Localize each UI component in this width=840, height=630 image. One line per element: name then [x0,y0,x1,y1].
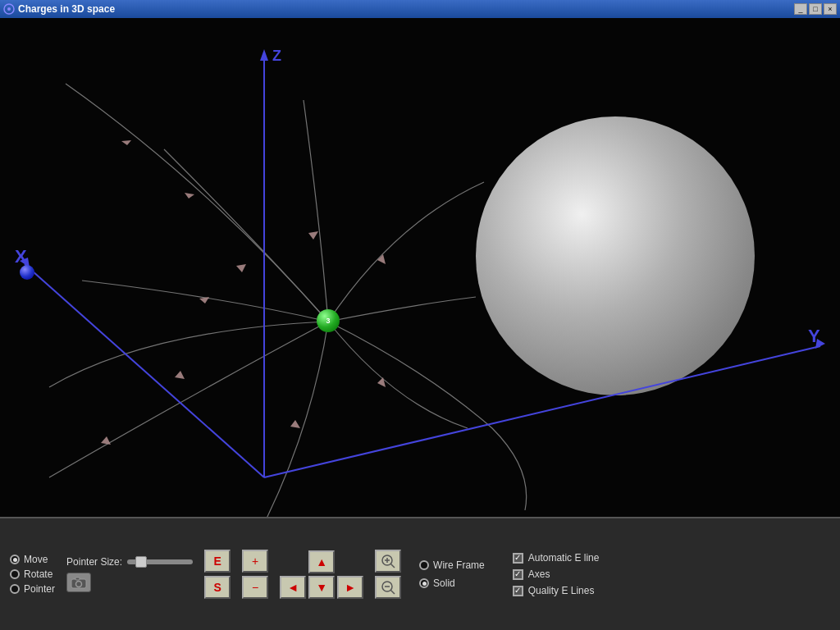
checkbox-axes-label: Axes [528,568,550,580]
zoom-out-icon [381,580,395,595]
minimize-button[interactable]: _ [794,3,807,15]
close-button[interactable]: × [824,3,837,15]
svg-marker-3 [121,140,131,145]
checkbox-auto-e-line-label: Automatic E line [528,552,600,564]
svg-line-29 [390,590,395,594]
radio-rotate[interactable]: Rotate [10,568,55,580]
sphere [476,116,755,395]
charge-green[interactable]: 3 [317,309,340,332]
zoom-section [375,550,401,599]
pointer-size-slider[interactable] [127,559,193,564]
radio-solid-label: Solid [433,578,455,589]
3d-viewport[interactable]: Z X Y 3 [0,18,840,517]
zoom-in-icon [381,554,395,568]
checkbox-auto-e-line-box[interactable] [513,553,523,564]
empty-2 [337,550,363,573]
svg-marker-4 [199,297,209,304]
zoom-out-button[interactable] [375,576,401,599]
svg-marker-13 [260,49,268,61]
radio-wireframe[interactable]: Wire Frame [419,559,485,571]
svg-marker-6 [101,436,111,445]
window-title: Charges in 3D space [18,3,115,15]
radio-rotate-dot [10,569,20,579]
radio-pointer[interactable]: Pointer [10,583,55,595]
plus-minus-section: + − [242,550,268,599]
es-section: E S [204,550,231,599]
svg-rect-23 [75,578,80,580]
checkbox-quality-e-lines-label: Quality E Lines [528,585,595,596]
bottom-panel: Move Rotate Pointer Pointer Size: E [0,517,840,630]
radio-pointer-dot [10,584,20,594]
e-button[interactable]: E [204,550,231,573]
svg-text:X: X [15,246,27,267]
titlebar-controls[interactable]: _ □ × [794,3,837,15]
titlebar: Charges in 3D space _ □ × [0,0,840,18]
svg-marker-2 [185,193,194,199]
titlebar-title: Charges in 3D space [3,3,115,15]
checkbox-axes-box[interactable] [513,569,523,580]
svg-text:Z: Z [272,48,281,64]
arrow-section: ▲ ◄ ▼ ► [280,550,363,599]
camera-button[interactable] [66,573,91,592]
arrow-left-button[interactable]: ◄ [280,576,306,599]
radio-pointer-label: Pointer [24,583,55,595]
svg-marker-10 [377,377,386,387]
svg-marker-11 [377,254,386,264]
display-radio-group: Wire Frame Solid [419,559,485,589]
svg-line-25 [390,564,395,568]
checkbox-section: Automatic E line Axes Quality E Lines [513,552,600,596]
plus-button[interactable]: + [242,550,268,573]
svg-marker-5 [175,371,185,379]
arrow-right-button[interactable]: ► [337,576,363,599]
pointer-size-row: Pointer Size: [66,556,193,568]
svg-text:Y: Y [808,326,820,346]
svg-marker-19 [815,339,825,349]
svg-line-15 [25,264,264,477]
radio-move-label: Move [24,554,48,565]
s-button[interactable]: S [204,576,231,599]
empty-1 [280,550,306,573]
pointer-size-label: Pointer Size: [66,556,122,568]
minus-button[interactable]: − [242,576,268,599]
radio-move[interactable]: Move [10,554,55,565]
checkbox-auto-e-line[interactable]: Automatic E line [513,552,600,564]
checkbox-quality-e-lines[interactable]: Quality E Lines [513,585,600,596]
svg-marker-7 [290,420,300,428]
radio-move-dot [10,555,20,564]
maximize-button[interactable]: □ [809,3,822,15]
arrow-up-button[interactable]: ▲ [308,550,335,573]
charge-label: 3 [326,317,330,325]
checkbox-axes[interactable]: Axes [513,568,600,580]
slider-thumb[interactable] [135,556,147,568]
camera-icon-svg [71,576,87,589]
app-icon [3,3,15,15]
radio-wireframe-label: Wire Frame [433,559,485,571]
zoom-in-button[interactable] [375,550,401,573]
radio-wireframe-dot [419,560,429,570]
pointer-size-section: Pointer Size: [66,556,193,592]
checkbox-quality-e-lines-box[interactable] [513,586,523,596]
charge-blue[interactable] [20,265,34,280]
mode-radio-group: Move Rotate Pointer [10,554,55,595]
arrow-down-button[interactable]: ▼ [308,576,335,599]
radio-solid-dot [419,578,429,588]
radio-solid[interactable]: Solid [419,578,485,589]
svg-marker-8 [308,231,318,240]
radio-rotate-label: Rotate [24,568,52,580]
svg-marker-9 [236,264,246,272]
svg-point-1 [7,7,11,11]
